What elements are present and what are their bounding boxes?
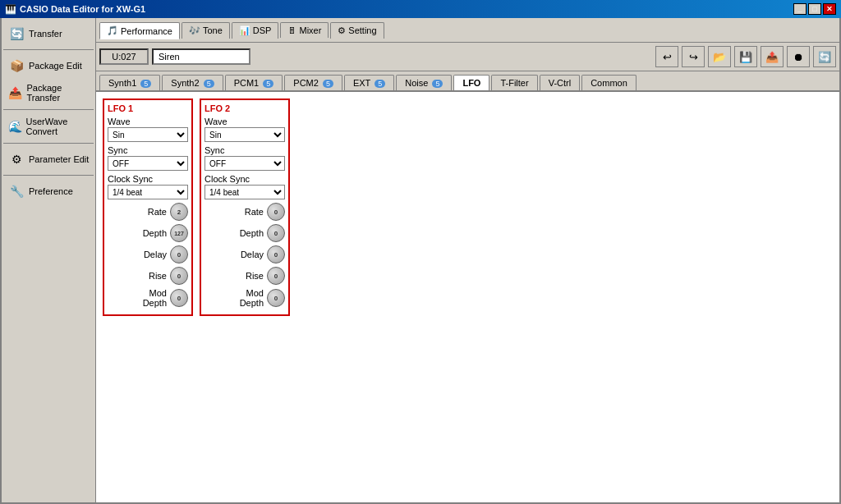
tab-synth1[interactable]: Synth1 5 [99,75,160,90]
tab-tfilter[interactable]: T-Filter [491,75,537,90]
main-content: LFO 1 Wave Sin Square Tri Saw S&H [96,92,839,502]
record-button[interactable]: ⏺ [787,46,810,67]
tab-setting[interactable]: ⚙ Setting [330,22,384,39]
lfo2-delay-label: Delay [205,250,264,259]
dsp-icon: 📊 [239,25,250,36]
tab-tone[interactable]: 🎶 Tone [182,22,230,39]
tab-dsp[interactable]: 📊 DSP [232,22,279,39]
tab-synth2-badge: 5 [204,80,214,88]
tab-synth1-badge: 5 [140,80,151,88]
maximize-button[interactable]: □ [808,3,821,15]
sidebar-label-preference: Preference [29,186,73,196]
secondary-toolbar: U:027 Siren ↩ ↪ 📂 💾 📤 ⏺ 🔄 [96,43,839,71]
sidebar-label-userwave-convert: UserWave Convert [25,117,90,136]
lfo2-panel: LFO 2 Wave Sin Square Tri Saw S&H [200,99,290,316]
export-button[interactable]: 📤 [761,46,784,67]
lfo1-moddepth-row: ModDepth 0 [108,288,188,308]
title-bar-title: 🎹 CASIO Data Editor for XW-G1 [5,4,145,15]
sidebar-label-transfer: Transfer [29,29,62,39]
lfo1-clocksync-label: Clock Sync [108,174,188,184]
refresh-button[interactable]: 🔄 [813,46,836,67]
lfo2-wave-select[interactable]: Sin Square Tri Saw S&H [205,127,285,142]
tab-mixer[interactable]: 🎚 Mixer [280,22,329,38]
preset-display: U:027 [99,48,149,65]
lfo1-rate-knob[interactable]: 2 [170,203,188,221]
tab-ext[interactable]: EXT 5 [344,75,394,90]
tab-pcm2[interactable]: PCM2 5 [284,75,342,90]
tab-noise-badge: 5 [432,80,443,88]
lfo2-sync-select[interactable]: OFF ON [205,156,285,171]
lfo2-depth-label: Depth [205,228,264,238]
lfo2-wave-row: Wave Sin Square Tri Saw S&H [205,117,285,142]
lfo1-depth-knob[interactable]: 127 [170,224,188,242]
lfo1-wave-label: Wave [108,117,188,126]
lfo1-rise-knob[interactable]: 0 [170,267,188,285]
lfo1-panel: LFO 1 Wave Sin Square Tri Saw S&H [103,99,193,316]
lfo2-rise-row: Rise 0 [205,267,285,285]
sidebar: 🔄 Transfer 📦 Package Edit 📤 Package Tran… [2,18,96,502]
lfo1-sync-label: Sync [108,145,188,155]
lfo2-rate-knob[interactable]: 0 [267,203,285,221]
lfo2-depth-knob[interactable]: 0 [267,224,285,242]
sidebar-item-preference[interactable]: 🔧 Preference [3,179,94,204]
undo-button[interactable]: ↩ [655,46,678,67]
tab-pcm1[interactable]: PCM1 5 [225,75,283,90]
minimize-button[interactable]: _ [793,3,807,15]
lfo2-depth-row: Depth 0 [205,224,285,242]
tab-performance[interactable]: 🎵 Performance [99,22,180,39]
transfer-icon: 🔄 [7,25,25,43]
tab-common[interactable]: Common [581,75,636,90]
title-bar-controls: _ □ ✕ [793,3,836,15]
sidebar-item-userwave-convert[interactable]: 🌊 UserWave Convert [3,113,94,140]
lfo2-sync-label: Sync [205,145,285,155]
lfo-container: LFO 1 Wave Sin Square Tri Saw S&H [103,99,833,316]
close-button[interactable]: ✕ [823,3,836,15]
performance-icon: 🎵 [107,25,118,36]
tab-lfo[interactable]: LFO [453,75,489,90]
lfo2-clocksync-select[interactable]: 1/4 beat 1/2 beat 1 beat 2 beat [205,185,285,199]
lfo1-depth-row: Depth 127 [108,224,188,242]
lfo1-wave-row: Wave Sin Square Tri Saw S&H [108,117,188,142]
lfo1-delay-label: Delay [108,250,167,259]
sidebar-label-parameter-edit: Parameter Edit [29,154,89,164]
lfo2-rise-knob[interactable]: 0 [267,267,285,285]
lfo2-delay-knob[interactable]: 0 [267,245,285,263]
open-button[interactable]: 📂 [708,46,731,67]
save-button[interactable]: 💾 [734,46,757,67]
sidebar-item-transfer[interactable]: 🔄 Transfer [3,21,94,46]
tab-vctrl[interactable]: V-Ctrl [540,75,581,90]
lfo1-rate-label: Rate [108,207,167,217]
lfo1-delay-knob[interactable]: 0 [170,245,188,263]
lfo2-title: LFO 2 [205,103,285,113]
top-tab-bar: 🎵 Performance 🎶 Tone 📊 DSP 🎚 Mixer ⚙ [96,18,839,43]
lfo2-rate-label: Rate [205,207,264,217]
sidebar-item-parameter-edit[interactable]: ⚙ Parameter Edit [3,147,94,172]
content-area: 🎵 Performance 🎶 Tone 📊 DSP 🎚 Mixer ⚙ [96,18,839,502]
userwave-convert-icon: 🌊 [7,117,22,135]
sidebar-item-package-edit[interactable]: 📦 Package Edit [3,53,94,78]
title-bar: 🎹 CASIO Data Editor for XW-G1 _ □ ✕ [0,0,841,18]
lfo1-clocksync-row: Clock Sync 1/4 beat 1/2 beat 1 beat 2 be… [108,174,188,199]
app-icon: 🎹 [5,4,16,15]
package-transfer-icon: 📤 [7,84,24,102]
lfo2-rise-label: Rise [205,271,264,281]
sidebar-item-package-transfer[interactable]: 📤 Package Transfer [3,80,94,106]
sidebar-label-package-edit: Package Edit [29,61,82,71]
lfo1-wave-select[interactable]: Sin Square Tri Saw S&H [108,127,188,142]
tab-synth2[interactable]: Synth2 5 [162,75,223,90]
lfo2-wave-label: Wave [205,117,285,126]
mixer-icon: 🎚 [287,25,296,35]
lfo1-clocksync-select[interactable]: 1/4 beat 1/2 beat 1 beat 2 beat [108,185,188,199]
lfo2-rate-row: Rate 0 [205,203,285,221]
setting-icon: ⚙ [338,25,346,36]
tab-pcm1-badge: 5 [263,80,273,88]
tab-pcm2-badge: 5 [323,80,333,88]
lfo2-moddepth-knob[interactable]: 0 [267,289,285,307]
redo-button[interactable]: ↪ [682,46,705,67]
lfo1-sync-select[interactable]: OFF ON [108,156,188,171]
tab-noise[interactable]: Noise 5 [396,75,452,90]
preference-icon: 🔧 [7,182,25,200]
package-edit-icon: 📦 [7,57,25,75]
lfo2-moddepth-row: ModDepth 0 [205,288,285,308]
lfo1-moddepth-knob[interactable]: 0 [170,289,188,307]
